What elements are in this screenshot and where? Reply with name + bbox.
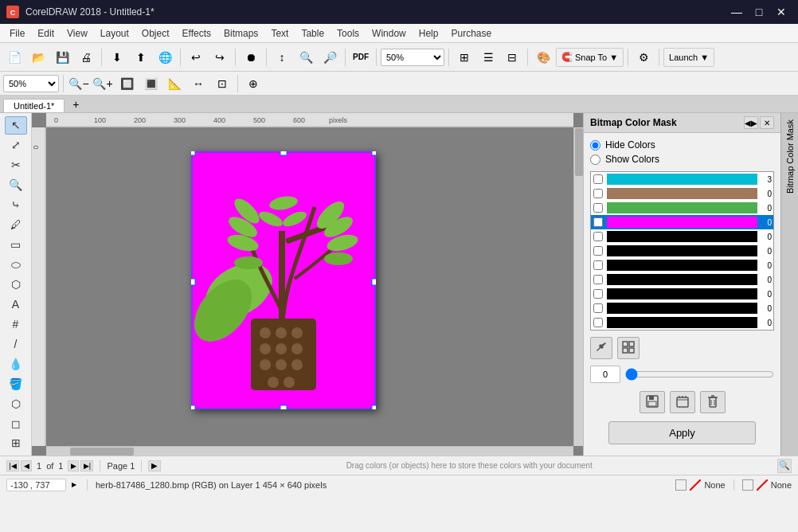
save-mask-button[interactable] (640, 391, 665, 413)
pdf-button[interactable]: PDF (350, 46, 372, 68)
zoom-tool[interactable]: 🔍 (5, 176, 27, 194)
menu-table[interactable]: Table (295, 26, 331, 41)
page-toggle-btn[interactable]: ▶ (148, 460, 161, 471)
zoom-out2[interactable]: 🔍− (68, 72, 90, 95)
table-tool[interactable]: # (5, 315, 27, 333)
menu-bitmaps[interactable]: Bitmaps (217, 26, 264, 41)
print-button[interactable]: 🖨 (75, 46, 97, 68)
checkbox-7[interactable] (591, 260, 605, 270)
snap-to-button[interactable]: 🧲 Snap To ▼ (556, 48, 624, 67)
view-btn1[interactable]: ⊞ (453, 46, 475, 68)
poly-tool[interactable]: ⬡ (5, 276, 27, 294)
color-row-5[interactable]: 0 (591, 229, 773, 244)
zoom-in2[interactable]: 🔍+ (92, 72, 114, 95)
checkbox-5[interactable] (591, 232, 605, 241)
minimize-button[interactable]: — (726, 4, 747, 20)
export-button[interactable]: ⬆ (130, 46, 152, 68)
menu-help[interactable]: Help (413, 26, 445, 41)
eyedrop-tool[interactable]: 💧 (5, 354, 27, 373)
menu-window[interactable]: Window (366, 26, 413, 41)
checkbox-8[interactable] (591, 275, 605, 284)
menu-object[interactable]: Object (135, 26, 176, 41)
menu-tools[interactable]: Tools (331, 26, 366, 41)
curve-tool[interactable]: ⤷ (5, 196, 27, 214)
open-button[interactable]: 📂 (27, 46, 49, 68)
panel-vertical-tab[interactable]: Bitmap Color Mask (780, 113, 798, 456)
horizontal-scrollbar[interactable] (46, 446, 573, 456)
checkbox-1[interactable] (591, 174, 605, 184)
text-tool[interactable]: A (5, 295, 27, 313)
menu-view[interactable]: View (61, 26, 94, 41)
vertical-scrollbar[interactable] (573, 127, 583, 446)
checkbox-6[interactable] (591, 246, 605, 256)
transparency-tool[interactable]: ◻ (5, 414, 27, 432)
zoom-in-button[interactable]: 🔍 (295, 46, 317, 68)
color-row-4-selected[interactable]: 0 (591, 215, 773, 229)
smart-tool[interactable]: 🖊 (5, 216, 27, 234)
launch-button[interactable]: Launch ▼ (663, 48, 714, 67)
panel-pin-button[interactable]: ◀▶ (744, 116, 758, 129)
import-button[interactable]: ⬇ (106, 46, 128, 68)
show-colors-option[interactable]: Show Colors (590, 154, 774, 165)
zoom-combo2[interactable]: 50% (3, 75, 59, 92)
menu-layout[interactable]: Layout (94, 26, 135, 41)
close-button[interactable]: ✕ (771, 4, 792, 20)
menu-purchase[interactable]: Purchase (444, 26, 498, 41)
save-button[interactable]: 💾 (51, 46, 73, 68)
menu-effects[interactable]: Effects (176, 26, 217, 41)
redo-button[interactable]: ↪ (209, 46, 231, 68)
color-row-8[interactable]: 0 (591, 272, 773, 287)
zoom-combo[interactable]: 50% 100% 200% (381, 49, 444, 66)
color-row-9[interactable]: 0 (591, 287, 773, 301)
new-button[interactable]: 📄 (3, 46, 25, 68)
color-row-11[interactable]: 0 (591, 315, 773, 330)
zoom-page2[interactable]: 📐 (163, 72, 186, 95)
color-row-10[interactable]: 0 (591, 301, 773, 315)
color-list[interactable]: 3 0 0 (590, 171, 774, 331)
freehand-tool[interactable]: ⤢ (5, 136, 27, 155)
zoom-page-btn[interactable]: 🔍 (777, 459, 792, 473)
add-page2[interactable]: ⊕ (242, 72, 264, 95)
view-btn2[interactable]: ☰ (477, 46, 499, 68)
tolerance-input[interactable] (590, 366, 620, 383)
color-row-2[interactable]: 0 (591, 186, 773, 201)
ellipse-tool[interactable]: ⬭ (5, 256, 27, 274)
fit-button[interactable]: ↕ (271, 46, 293, 68)
settings-button[interactable]: ⚙ (632, 46, 655, 68)
checkbox-4[interactable] (591, 217, 605, 227)
connector-tool[interactable]: ⊞ (5, 434, 27, 452)
first-page-button[interactable]: |◀ (6, 460, 19, 471)
checkbox-2[interactable] (591, 189, 605, 198)
menu-text[interactable]: Text (264, 26, 295, 41)
crop-tool[interactable]: ✂ (5, 156, 27, 174)
coords-toggle[interactable]: ▶ (69, 480, 79, 490)
color-btn[interactable]: 🎨 (532, 46, 554, 68)
delete-mask-button[interactable] (700, 391, 726, 413)
panel-close-button[interactable]: ✕ (760, 116, 774, 129)
zoom-out-button[interactable]: 🔎 (319, 46, 341, 68)
checkbox-9[interactable] (591, 289, 605, 299)
color-row-1[interactable]: 3 (591, 172, 773, 186)
zoom-fit2[interactable]: 🔲 (115, 72, 138, 95)
zoom-width2[interactable]: ↔ (187, 72, 209, 95)
checkbox-10[interactable] (591, 303, 605, 313)
record-button[interactable]: ⏺ (240, 46, 262, 68)
load-mask-button[interactable] (670, 391, 695, 413)
scroll-thumb-v[interactable] (575, 128, 583, 176)
apply-button[interactable]: Apply (608, 421, 756, 444)
next-page-button[interactable]: ▶ (68, 460, 79, 471)
rect-tool[interactable]: ▭ (5, 236, 27, 254)
undo-button[interactable]: ↩ (185, 46, 207, 68)
show-colors-radio[interactable] (590, 155, 600, 165)
zoom-act2[interactable]: 🔳 (139, 72, 162, 95)
zoom-sel2[interactable]: ⊡ (211, 72, 233, 95)
select-tool[interactable]: ↖ (5, 116, 27, 135)
maximize-button[interactable]: □ (749, 4, 769, 20)
tab-untitled[interactable]: Untitled-1* (3, 99, 65, 112)
color-row-7[interactable]: 0 (591, 258, 773, 272)
eyedropper-tool-btn[interactable] (590, 337, 612, 359)
checkbox-3[interactable] (591, 203, 605, 213)
add-tab-button[interactable]: + (66, 96, 85, 112)
tolerance-slider[interactable] (625, 368, 774, 381)
scroll-thumb-h[interactable] (70, 448, 134, 456)
